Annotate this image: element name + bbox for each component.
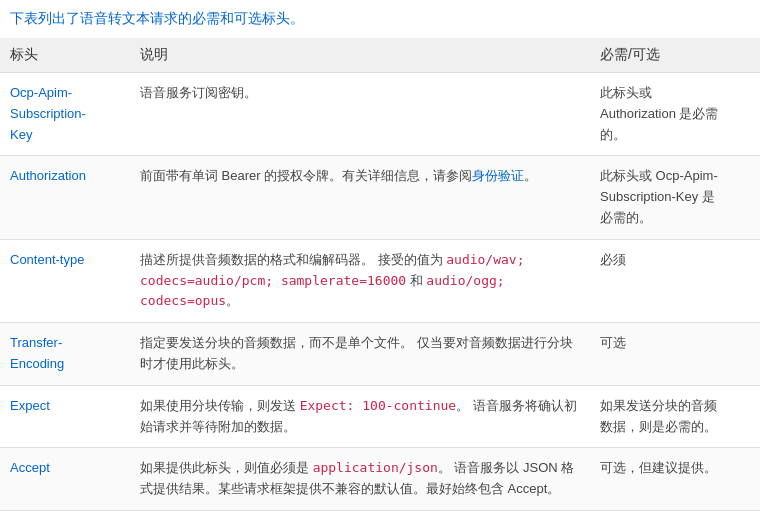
header-required: 此标头或 Ocp-Apim-Subscription-Key 是必需的。 [600,168,718,225]
header-desc: 语音服务订阅密钥。 [140,85,257,100]
header-desc: 描述所提供音频数据的格式和编解码器。 接受的值为 audio/wav;codec… [140,252,525,309]
header-name: Content-type [10,252,84,267]
header-desc-cell: 语音服务订阅密钥。 [130,73,590,156]
header-required: 可选 [600,335,626,350]
header-required-cell: 必须 [590,239,760,322]
col-header-name: 标头 [0,38,130,73]
header-name: Authorization [10,168,86,183]
header-required-cell: 可选，但建议提供。 [590,448,760,511]
header-required-cell: 可选 [590,323,760,386]
header-required: 可选，但建议提供。 [600,460,717,475]
header-name-cell: Transfer-Encoding [0,323,130,386]
table-row: Ocp-Apim-Subscription-Key语音服务订阅密钥。此标头或Au… [0,73,760,156]
header-required-cell: 如果发送分块的音频数据，则是必需的。 [590,385,760,448]
header-desc-cell: 如果使用分块传输，则发送 Expect: 100-continue。 语音服务将… [130,385,590,448]
header-name-cell: Ocp-Apim-Subscription-Key [0,73,130,156]
table-row: Content-type描述所提供音频数据的格式和编解码器。 接受的值为 aud… [0,239,760,322]
header-required-cell: 此标头或 Ocp-Apim-Subscription-Key 是必需的。 [590,156,760,239]
header-desc-cell: 如果提供此标头，则值必须是 application/json。 语音服务以 JS… [130,448,590,511]
headers-table: 标头 说明 必需/可选 Ocp-Apim-Subscription-Key语音服… [0,38,760,511]
header-desc: 如果使用分块传输，则发送 Expect: 100-continue。 语音服务将… [140,398,577,434]
header-name-cell: Expect [0,385,130,448]
table-row: Transfer-Encoding指定要发送分块的音频数据，而不是单个文件。 仅… [0,323,760,386]
header-name-cell: Content-type [0,239,130,322]
header-name: Accept [10,460,50,475]
table-row: Accept如果提供此标头，则值必须是 application/json。 语音… [0,448,760,511]
col-header-desc: 说明 [130,38,590,73]
col-header-required: 必需/可选 [590,38,760,73]
header-name-cell: Authorization [0,156,130,239]
table-row: Authorization前面带有单词 Bearer 的授权令牌。有关详细信息，… [0,156,760,239]
header-desc: 前面带有单词 Bearer 的授权令牌。有关详细信息，请参阅身份验证。 [140,168,537,183]
table-row: Expect如果使用分块传输，则发送 Expect: 100-continue。… [0,385,760,448]
header-desc-cell: 前面带有单词 Bearer 的授权令牌。有关详细信息，请参阅身份验证。 [130,156,590,239]
header-required: 此标头或Authorization 是必需的。 [600,85,719,142]
header-name-cell: Accept [0,448,130,511]
header-required: 如果发送分块的音频数据，则是必需的。 [600,398,717,434]
header-required-cell: 此标头或Authorization 是必需的。 [590,73,760,156]
header-desc: 如果提供此标头，则值必须是 application/json。 语音服务以 JS… [140,460,574,496]
header-name: Ocp-Apim-Subscription-Key [10,85,86,142]
intro-text: 下表列出了语音转文本请求的必需和可选标头。 [0,10,760,28]
header-desc: 指定要发送分块的音频数据，而不是单个文件。 仅当要对音频数据进行分块时才使用此标… [140,335,573,371]
header-desc-cell: 指定要发送分块的音频数据，而不是单个文件。 仅当要对音频数据进行分块时才使用此标… [130,323,590,386]
header-required: 必须 [600,252,626,267]
header-name: Expect [10,398,50,413]
header-name: Transfer-Encoding [10,335,64,371]
header-desc-cell: 描述所提供音频数据的格式和编解码器。 接受的值为 audio/wav;codec… [130,239,590,322]
